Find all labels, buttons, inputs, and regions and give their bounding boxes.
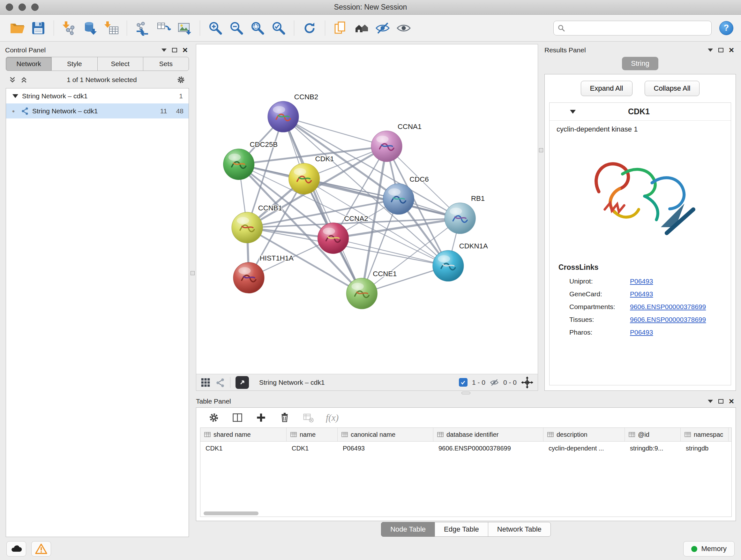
panel-menu-icon[interactable]	[161, 49, 166, 52]
network-node-CCNB1[interactable]	[232, 212, 263, 243]
network-node-RB1[interactable]	[445, 203, 475, 234]
panel-menu-icon[interactable]	[708, 49, 713, 52]
collapse-all-chevrons-icon[interactable]	[9, 76, 16, 83]
import-network-from-file-button[interactable]	[60, 18, 79, 38]
network-node-CCNA2[interactable]	[318, 223, 349, 254]
expand-all-chevrons-icon[interactable]	[20, 76, 27, 83]
network-node-CDC6[interactable]	[383, 184, 414, 214]
apply-layout-button[interactable]	[300, 18, 319, 38]
table-cell[interactable]: cyclin-dependent ...	[543, 442, 625, 455]
clone-network-button[interactable]	[154, 18, 173, 38]
copy-documents-button[interactable]	[331, 18, 350, 38]
table-cell[interactable]: 9606.ENSP00000378699	[433, 442, 543, 455]
add-column-icon[interactable]	[255, 412, 267, 424]
network-node-CDC25B[interactable]	[223, 149, 254, 180]
zoom-out-button[interactable]	[227, 18, 246, 38]
crosslink-link[interactable]: P06493	[630, 277, 653, 285]
splitter-grip[interactable]	[461, 392, 470, 394]
column-header-name[interactable]: name	[286, 428, 338, 441]
network-node-CCNA1[interactable]	[371, 131, 402, 162]
table-settings-gear-icon[interactable]	[208, 412, 220, 424]
graphics-details-icon[interactable]	[215, 378, 225, 387]
table-cell[interactable]: CDK1	[200, 442, 286, 455]
table-row[interactable]: CDK1CDK1P064939606.ENSP00000378699cyclin…	[200, 442, 731, 455]
table-cell[interactable]: stringdb	[681, 442, 729, 455]
tab-edge-table[interactable]: Edge Table	[434, 522, 488, 537]
network-visibility-dot[interactable]: ●	[6, 108, 21, 114]
function-builder-icon[interactable]: f(x)	[326, 413, 339, 423]
table-cell[interactable]: stringdb:9...	[625, 442, 681, 455]
hide-selected-button[interactable]	[373, 18, 392, 38]
float-panel-icon[interactable]	[718, 48, 724, 52]
tab-network-table[interactable]: Network Table	[488, 522, 551, 537]
crosslink-link[interactable]: 9606.ENSP00000378699	[630, 316, 706, 323]
tab-select[interactable]: Select	[97, 57, 143, 71]
network-row[interactable]: ● String Network – cdk1 11 48	[6, 104, 189, 118]
cloud-button[interactable]	[6, 541, 26, 557]
close-panel-icon[interactable]: ×	[729, 397, 734, 406]
string-tab[interactable]: String	[622, 57, 658, 70]
tab-style[interactable]: Style	[51, 57, 97, 71]
column-header-description[interactable]: description	[543, 428, 625, 441]
grid-view-icon[interactable]	[201, 378, 210, 387]
crosslink-link[interactable]: P06493	[630, 328, 653, 336]
network-node-CDK1[interactable]	[289, 164, 320, 194]
open-session-button[interactable]	[8, 18, 27, 38]
column-header--id[interactable]: @id	[625, 428, 681, 441]
column-header-namespac[interactable]: namespac	[681, 428, 729, 441]
horizontal-scrollbar[interactable]	[200, 510, 731, 516]
protein-accordion-header[interactable]: CDK1	[549, 103, 731, 121]
minimize-window-button[interactable]	[18, 3, 26, 11]
crosslink-link[interactable]: P06493	[630, 290, 653, 298]
search-input[interactable]	[568, 24, 708, 32]
home-button[interactable]	[352, 18, 371, 38]
zoom-in-button[interactable]	[206, 18, 225, 38]
close-window-button[interactable]	[6, 3, 13, 11]
network-node-HIST1H1A[interactable]	[233, 262, 264, 294]
zoom-window-button[interactable]	[31, 3, 39, 11]
zoom-selected-button[interactable]	[269, 18, 288, 38]
right-splitter[interactable]	[538, 44, 544, 391]
network-node-CCNE1[interactable]	[346, 278, 377, 309]
column-header-canonical-name[interactable]: canonical name	[338, 428, 433, 441]
crosslink-link[interactable]: 9606.ENSP00000378699	[630, 303, 706, 311]
tab-sets[interactable]: Sets	[143, 57, 189, 71]
warnings-button[interactable]	[31, 541, 51, 557]
accordion-collapse-icon[interactable]	[570, 110, 576, 114]
float-panel-icon[interactable]	[718, 399, 724, 403]
table-cell[interactable]: P06493	[338, 442, 433, 455]
horizontal-splitter[interactable]	[196, 391, 736, 395]
panel-menu-icon[interactable]	[708, 400, 713, 403]
zoom-fit-button[interactable]	[248, 18, 267, 38]
export-image-button[interactable]	[175, 18, 194, 38]
tab-network[interactable]: Network	[6, 57, 52, 71]
network-edge[interactable]	[283, 117, 387, 146]
save-session-button[interactable]	[29, 18, 48, 38]
close-panel-icon[interactable]: ×	[183, 46, 188, 55]
column-header-shared-name[interactable]: shared name	[200, 428, 286, 441]
float-panel-icon[interactable]	[172, 48, 177, 52]
splitter-handle[interactable]	[539, 148, 543, 152]
help-button[interactable]: ?	[719, 21, 733, 35]
network-node-CCNB2[interactable]	[268, 101, 299, 132]
new-network-from-selection-button[interactable]	[133, 18, 152, 38]
network-canvas[interactable]: CCNB2CCNA1CDC25BCDK1CDC6RB1CCNB1CCNA2CDK…	[196, 44, 538, 374]
table-cell[interactable]: CDK1	[286, 442, 338, 455]
collapse-all-button[interactable]: Collapse All	[645, 81, 700, 96]
birdseye-toggle-button[interactable]	[235, 376, 249, 389]
pan-crosshair-icon[interactable]	[521, 376, 533, 388]
collection-expand-icon[interactable]	[12, 94, 18, 98]
import-network-from-database-button[interactable]	[81, 18, 100, 38]
close-panel-icon[interactable]: ×	[729, 46, 734, 55]
show-all-button[interactable]	[394, 18, 413, 38]
expand-all-button[interactable]: Expand All	[581, 81, 632, 96]
import-table-from-file-button[interactable]	[102, 18, 121, 38]
column-header-database-identifier[interactable]: database identifier	[433, 428, 543, 441]
tab-node-table[interactable]: Node Table	[381, 522, 435, 537]
show-columns-icon[interactable]	[231, 412, 244, 424]
memory-button[interactable]: Memory	[683, 541, 735, 557]
network-node-CDKN1A[interactable]	[433, 250, 464, 281]
network-collection-row[interactable]: String Network – cdk1 1	[6, 88, 189, 104]
scrollbar-thumb[interactable]	[204, 511, 259, 515]
left-splitter[interactable]	[190, 44, 196, 538]
